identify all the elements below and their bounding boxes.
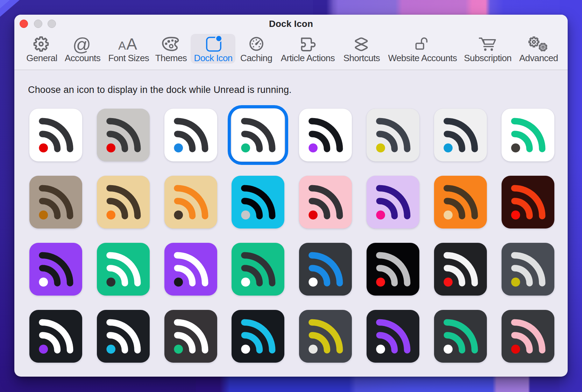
svg-text:A: A — [118, 39, 126, 52]
svg-text:A: A — [126, 35, 137, 53]
svg-text:@: @ — [73, 34, 91, 55]
